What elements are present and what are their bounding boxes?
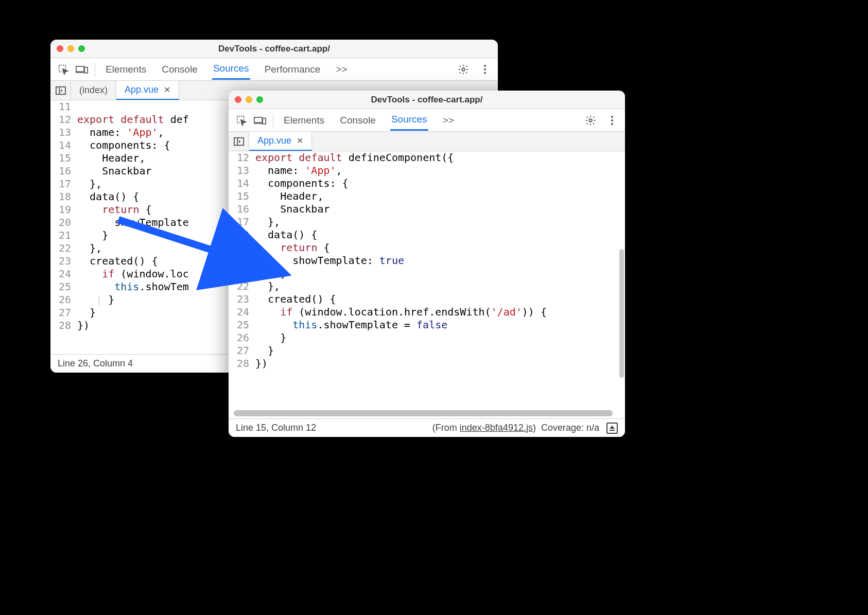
code-line[interactable]: 16 Snackbar [229, 203, 625, 216]
minimize-icon[interactable] [246, 96, 252, 103]
drawer-toggle-icon[interactable] [606, 423, 618, 434]
code-text: } [255, 331, 286, 344]
line-number: 12 [50, 113, 77, 126]
kebab-icon[interactable] [476, 61, 494, 78]
line-number: 21 [229, 267, 255, 280]
inspect-icon[interactable] [233, 112, 250, 129]
code-line[interactable]: 13 name: 'App', [229, 164, 625, 177]
code-text: data() { [255, 229, 317, 241]
code-line[interactable]: 17 }, [229, 216, 625, 229]
code-text: this.showTem [77, 280, 189, 293]
line-number: 19 [229, 241, 255, 254]
maximize-icon[interactable] [256, 96, 263, 103]
separator [95, 63, 95, 76]
vertical-scrollbar[interactable] [619, 249, 624, 378]
code-line[interactable]: 28}) [229, 357, 625, 370]
tab-more[interactable]: >> [335, 60, 348, 79]
tab-elements[interactable]: Elements [283, 111, 325, 130]
tab-performance[interactable]: Performance [264, 60, 322, 79]
device-icon[interactable] [251, 112, 269, 129]
code-text: return { [255, 241, 330, 254]
inspect-icon[interactable] [55, 61, 72, 78]
line-number: 15 [229, 190, 255, 203]
close-icon[interactable]: ✕ [164, 85, 170, 95]
code-line[interactable]: 23 created() { [229, 293, 625, 306]
close-icon[interactable]: ✕ [297, 136, 303, 146]
line-number: 23 [229, 293, 255, 306]
line-number: 28 [50, 319, 77, 332]
code-text: return { [77, 203, 152, 216]
navigator-toggle-icon[interactable] [50, 81, 71, 100]
source-map-link[interactable]: index-8bfa4912.js [460, 423, 533, 433]
navigator-toggle-icon[interactable] [229, 132, 249, 151]
code-line[interactable]: 14 components: { [229, 177, 625, 190]
statusbar: Line 15, Column 12 (From index-8bfa4912.… [229, 418, 625, 437]
code-line[interactable]: 22 }, [229, 280, 625, 293]
code-text: } [77, 229, 108, 242]
line-number: 26 [50, 293, 77, 306]
close-icon[interactable] [57, 45, 63, 52]
code-line[interactable]: 24 if (window.location.href.endsWith('/a… [229, 306, 625, 319]
code-text: Header, [77, 152, 145, 165]
titlebar[interactable]: DevTools - coffee-cart.app/ [50, 40, 498, 58]
code-text: } [255, 267, 286, 280]
code-line[interactable]: 18 data() { [229, 229, 625, 241]
code-text: }, [77, 178, 102, 190]
line-number: 11 [50, 100, 77, 113]
code-text: Snackbar [77, 165, 152, 178]
code-line[interactable]: 15 Header, [229, 190, 625, 203]
tab-sources[interactable]: Sources [212, 59, 250, 80]
window-title: DevTools - coffee-cart.app/ [229, 95, 625, 105]
code-editor[interactable]: 12export default defineComponent({13 nam… [229, 151, 625, 418]
minimize-icon[interactable] [67, 45, 74, 52]
code-line[interactable]: 20 showTemplate: true [229, 254, 625, 267]
code-line[interactable]: 26 } [229, 331, 625, 344]
code-text: this.showTemplate = false [255, 319, 447, 331]
line-number: 23 [50, 255, 77, 268]
horizontal-scrollbar[interactable] [234, 410, 613, 416]
code-line[interactable]: 25 this.showTemplate = false [229, 319, 625, 331]
code-line[interactable]: 27 } [229, 344, 625, 357]
tab-more[interactable]: >> [442, 111, 455, 130]
tab-sources[interactable]: Sources [390, 110, 428, 131]
code-text: export default defineComponent({ [255, 151, 454, 164]
line-number: 20 [229, 254, 255, 267]
window-title: DevTools - coffee-cart.app/ [50, 44, 498, 54]
devtools-window-2: DevTools - coffee-cart.app/ Elements Con… [229, 91, 625, 437]
code-line[interactable]: 21 } [229, 267, 625, 280]
close-icon[interactable] [235, 96, 241, 103]
tab-elements[interactable]: Elements [105, 60, 147, 79]
line-number: 21 [50, 229, 77, 242]
gear-icon[interactable] [582, 112, 599, 129]
svg-rect-2 [84, 67, 88, 73]
svg-rect-18 [610, 430, 615, 431]
kebab-icon[interactable] [603, 112, 621, 129]
tab-console[interactable]: Console [161, 60, 199, 79]
traffic-lights [235, 96, 263, 103]
maximize-icon[interactable] [78, 45, 85, 52]
code-line[interactable]: 12export default defineComponent({ [229, 151, 625, 164]
line-number: 20 [50, 216, 77, 229]
panel-toolbar: Elements Console Sources >> [229, 109, 625, 132]
line-number: 25 [229, 319, 255, 331]
titlebar[interactable]: DevTools - coffee-cart.app/ [229, 91, 625, 109]
code-text: components: { [255, 177, 349, 190]
code-text: }, [255, 216, 280, 229]
file-tab-label: App.vue [125, 84, 159, 95]
file-tab-index[interactable]: (index) [71, 81, 116, 100]
line-number: 14 [50, 139, 77, 152]
tab-console[interactable]: Console [339, 111, 377, 130]
device-icon[interactable] [73, 61, 91, 78]
code-text: export default def [77, 113, 189, 126]
panel-tabs: Elements Console Sources Performance >> [105, 59, 454, 80]
file-tab-app-vue[interactable]: App.vue ✕ [249, 132, 312, 151]
code-text: Header, [255, 190, 323, 203]
line-number: 16 [229, 203, 255, 216]
source-from: (From index-8bfa4912.js) [432, 423, 536, 433]
code-text: created() { [77, 255, 158, 268]
file-tab-app-vue[interactable]: App.vue ✕ [116, 81, 179, 100]
line-number: 17 [229, 216, 255, 229]
code-line[interactable]: 19 return { [229, 241, 625, 254]
gear-icon[interactable] [455, 61, 472, 78]
line-number: 25 [50, 280, 77, 293]
